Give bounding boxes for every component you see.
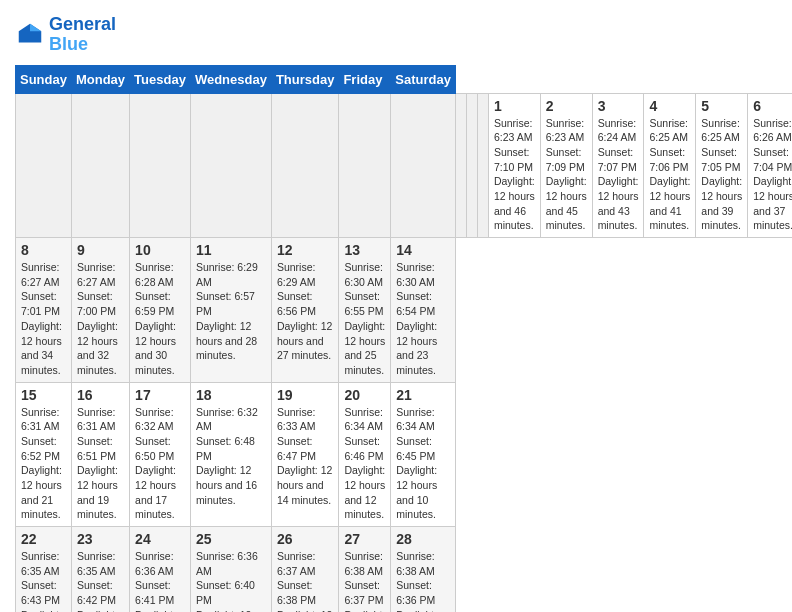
header-row: SundayMondayTuesdayWednesdayThursdayFrid… bbox=[16, 65, 793, 93]
svg-marker-1 bbox=[30, 24, 41, 32]
calendar-cell bbox=[391, 93, 456, 238]
calendar-cell: 19 Sunrise: 6:33 AM Sunset: 6:47 PM Dayl… bbox=[271, 382, 339, 527]
calendar-cell bbox=[16, 93, 72, 238]
day-info: Sunrise: 6:30 AM Sunset: 6:55 PM Dayligh… bbox=[344, 260, 385, 378]
header-cell-tuesday: Tuesday bbox=[130, 65, 191, 93]
calendar-cell: 27 Sunrise: 6:38 AM Sunset: 6:37 PM Dayl… bbox=[339, 527, 391, 612]
day-info: Sunrise: 6:36 AM Sunset: 6:41 PM Dayligh… bbox=[135, 549, 185, 612]
day-number: 4 bbox=[649, 98, 690, 114]
calendar-cell bbox=[466, 93, 477, 238]
day-number: 2 bbox=[546, 98, 587, 114]
day-info: Sunrise: 6:36 AM Sunset: 6:40 PM Dayligh… bbox=[196, 549, 266, 612]
day-number: 9 bbox=[77, 242, 124, 258]
day-info: Sunrise: 6:37 AM Sunset: 6:38 PM Dayligh… bbox=[277, 549, 334, 612]
calendar-header: SundayMondayTuesdayWednesdayThursdayFrid… bbox=[16, 65, 793, 93]
day-number: 17 bbox=[135, 387, 185, 403]
calendar-week-row: 15 Sunrise: 6:31 AM Sunset: 6:52 PM Dayl… bbox=[16, 382, 793, 527]
calendar-cell: 28 Sunrise: 6:38 AM Sunset: 6:36 PM Dayl… bbox=[391, 527, 456, 612]
day-info: Sunrise: 6:34 AM Sunset: 6:45 PM Dayligh… bbox=[396, 405, 450, 523]
day-info: Sunrise: 6:32 AM Sunset: 6:48 PM Dayligh… bbox=[196, 405, 266, 508]
day-number: 26 bbox=[277, 531, 334, 547]
day-info: Sunrise: 6:24 AM Sunset: 7:07 PM Dayligh… bbox=[598, 116, 639, 234]
day-info: Sunrise: 6:30 AM Sunset: 6:54 PM Dayligh… bbox=[396, 260, 450, 378]
calendar-cell: 4 Sunrise: 6:25 AM Sunset: 7:06 PM Dayli… bbox=[644, 93, 696, 238]
day-info: Sunrise: 6:33 AM Sunset: 6:47 PM Dayligh… bbox=[277, 405, 334, 508]
calendar-cell: 18 Sunrise: 6:32 AM Sunset: 6:48 PM Dayl… bbox=[190, 382, 271, 527]
logo-text: General Blue bbox=[49, 15, 116, 55]
calendar-cell: 21 Sunrise: 6:34 AM Sunset: 6:45 PM Dayl… bbox=[391, 382, 456, 527]
day-info: Sunrise: 6:31 AM Sunset: 6:51 PM Dayligh… bbox=[77, 405, 124, 523]
calendar-cell: 5 Sunrise: 6:25 AM Sunset: 7:05 PM Dayli… bbox=[696, 93, 748, 238]
day-number: 23 bbox=[77, 531, 124, 547]
calendar-cell: 10 Sunrise: 6:28 AM Sunset: 6:59 PM Dayl… bbox=[130, 238, 191, 383]
day-number: 21 bbox=[396, 387, 450, 403]
logo-icon bbox=[15, 20, 45, 50]
calendar-cell bbox=[339, 93, 391, 238]
day-info: Sunrise: 6:35 AM Sunset: 6:42 PM Dayligh… bbox=[77, 549, 124, 612]
calendar-cell: 22 Sunrise: 6:35 AM Sunset: 6:43 PM Dayl… bbox=[16, 527, 72, 612]
day-info: Sunrise: 6:38 AM Sunset: 6:37 PM Dayligh… bbox=[344, 549, 385, 612]
day-info: Sunrise: 6:23 AM Sunset: 7:10 PM Dayligh… bbox=[494, 116, 535, 234]
day-number: 19 bbox=[277, 387, 334, 403]
calendar-cell bbox=[71, 93, 129, 238]
day-number: 20 bbox=[344, 387, 385, 403]
day-number: 10 bbox=[135, 242, 185, 258]
day-number: 15 bbox=[21, 387, 66, 403]
day-number: 18 bbox=[196, 387, 266, 403]
calendar-table: SundayMondayTuesdayWednesdayThursdayFrid… bbox=[15, 65, 792, 612]
calendar-cell bbox=[271, 93, 339, 238]
header-cell-friday: Friday bbox=[339, 65, 391, 93]
calendar-cell: 12 Sunrise: 6:29 AM Sunset: 6:56 PM Dayl… bbox=[271, 238, 339, 383]
calendar-cell bbox=[190, 93, 271, 238]
day-number: 5 bbox=[701, 98, 742, 114]
day-info: Sunrise: 6:27 AM Sunset: 7:01 PM Dayligh… bbox=[21, 260, 66, 378]
day-info: Sunrise: 6:32 AM Sunset: 6:50 PM Dayligh… bbox=[135, 405, 185, 523]
calendar-cell: 1 Sunrise: 6:23 AM Sunset: 7:10 PM Dayli… bbox=[488, 93, 540, 238]
day-info: Sunrise: 6:34 AM Sunset: 6:46 PM Dayligh… bbox=[344, 405, 385, 523]
logo: General Blue bbox=[15, 15, 116, 55]
day-number: 8 bbox=[21, 242, 66, 258]
day-number: 11 bbox=[196, 242, 266, 258]
day-info: Sunrise: 6:23 AM Sunset: 7:09 PM Dayligh… bbox=[546, 116, 587, 234]
day-number: 22 bbox=[21, 531, 66, 547]
calendar-cell: 20 Sunrise: 6:34 AM Sunset: 6:46 PM Dayl… bbox=[339, 382, 391, 527]
day-info: Sunrise: 6:35 AM Sunset: 6:43 PM Dayligh… bbox=[21, 549, 66, 612]
calendar-cell bbox=[477, 93, 488, 238]
day-number: 24 bbox=[135, 531, 185, 547]
day-info: Sunrise: 6:27 AM Sunset: 7:00 PM Dayligh… bbox=[77, 260, 124, 378]
day-number: 1 bbox=[494, 98, 535, 114]
calendar-cell: 17 Sunrise: 6:32 AM Sunset: 6:50 PM Dayl… bbox=[130, 382, 191, 527]
day-info: Sunrise: 6:26 AM Sunset: 7:04 PM Dayligh… bbox=[753, 116, 792, 234]
calendar-cell: 25 Sunrise: 6:36 AM Sunset: 6:40 PM Dayl… bbox=[190, 527, 271, 612]
calendar-cell: 14 Sunrise: 6:30 AM Sunset: 6:54 PM Dayl… bbox=[391, 238, 456, 383]
calendar-cell: 23 Sunrise: 6:35 AM Sunset: 6:42 PM Dayl… bbox=[71, 527, 129, 612]
day-number: 16 bbox=[77, 387, 124, 403]
header-cell-saturday: Saturday bbox=[391, 65, 456, 93]
header-cell-monday: Monday bbox=[71, 65, 129, 93]
day-number: 25 bbox=[196, 531, 266, 547]
day-info: Sunrise: 6:28 AM Sunset: 6:59 PM Dayligh… bbox=[135, 260, 185, 378]
day-number: 13 bbox=[344, 242, 385, 258]
calendar-cell: 11 Sunrise: 6:29 AM Sunset: 6:57 PM Dayl… bbox=[190, 238, 271, 383]
day-info: Sunrise: 6:29 AM Sunset: 6:57 PM Dayligh… bbox=[196, 260, 266, 363]
calendar-cell: 6 Sunrise: 6:26 AM Sunset: 7:04 PM Dayli… bbox=[748, 93, 792, 238]
day-number: 12 bbox=[277, 242, 334, 258]
day-number: 3 bbox=[598, 98, 639, 114]
calendar-cell: 3 Sunrise: 6:24 AM Sunset: 7:07 PM Dayli… bbox=[592, 93, 644, 238]
day-number: 28 bbox=[396, 531, 450, 547]
day-info: Sunrise: 6:38 AM Sunset: 6:36 PM Dayligh… bbox=[396, 549, 450, 612]
header-cell-sunday: Sunday bbox=[16, 65, 72, 93]
header-cell-wednesday: Wednesday bbox=[190, 65, 271, 93]
calendar-body: 1 Sunrise: 6:23 AM Sunset: 7:10 PM Dayli… bbox=[16, 93, 793, 612]
calendar-cell: 13 Sunrise: 6:30 AM Sunset: 6:55 PM Dayl… bbox=[339, 238, 391, 383]
calendar-week-row: 8 Sunrise: 6:27 AM Sunset: 7:01 PM Dayli… bbox=[16, 238, 793, 383]
day-number: 27 bbox=[344, 531, 385, 547]
day-info: Sunrise: 6:25 AM Sunset: 7:06 PM Dayligh… bbox=[649, 116, 690, 234]
calendar-cell: 2 Sunrise: 6:23 AM Sunset: 7:09 PM Dayli… bbox=[540, 93, 592, 238]
day-info: Sunrise: 6:25 AM Sunset: 7:05 PM Dayligh… bbox=[701, 116, 742, 234]
day-info: Sunrise: 6:31 AM Sunset: 6:52 PM Dayligh… bbox=[21, 405, 66, 523]
page-header: General Blue bbox=[15, 15, 777, 55]
calendar-cell: 16 Sunrise: 6:31 AM Sunset: 6:51 PM Dayl… bbox=[71, 382, 129, 527]
calendar-cell bbox=[455, 93, 466, 238]
calendar-week-row: 1 Sunrise: 6:23 AM Sunset: 7:10 PM Dayli… bbox=[16, 93, 793, 238]
